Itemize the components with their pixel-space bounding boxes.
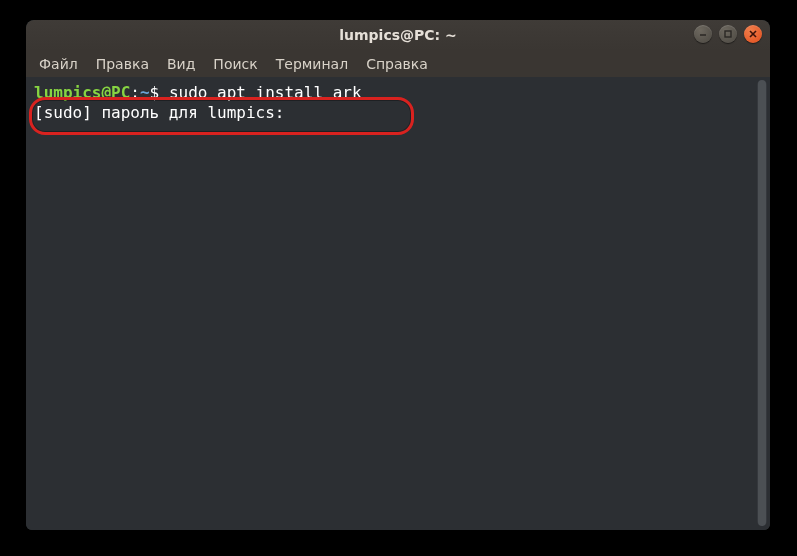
close-button[interactable]: [744, 25, 762, 43]
sudo-password-prompt: [sudo] пароль для lumpics:: [34, 103, 284, 122]
prompt-user-host: lumpics@PC: [34, 83, 130, 102]
minimize-button[interactable]: [694, 25, 712, 43]
terminal-window: lumpics@PC: ~ Файл Правка Вид Поиск Терм…: [26, 20, 770, 530]
scrollbar-thumb[interactable]: [758, 80, 766, 526]
terminal-line-2: [sudo] пароль для lumpics:: [34, 103, 762, 123]
window-title: lumpics@PC: ~: [339, 27, 457, 43]
terminal-line-1: lumpics@PC:~$ sudo apt install ark: [34, 83, 762, 103]
scrollbar[interactable]: [757, 80, 767, 526]
prompt-path: ~: [140, 83, 150, 102]
maximize-icon: [723, 29, 733, 39]
menu-file[interactable]: Файл: [30, 53, 87, 75]
window-buttons: [694, 25, 762, 43]
terminal-body[interactable]: lumpics@PC:~$ sudo apt install ark [sudo…: [26, 77, 770, 530]
maximize-button[interactable]: [719, 25, 737, 43]
minimize-icon: [698, 29, 708, 39]
close-icon: [748, 29, 758, 39]
titlebar[interactable]: lumpics@PC: ~: [26, 20, 770, 50]
prompt-separator: :: [130, 83, 140, 102]
menubar: Файл Правка Вид Поиск Терминал Справка: [26, 50, 770, 78]
svg-rect-1: [725, 31, 731, 37]
prompt-dollar: $: [150, 83, 160, 102]
command-text: sudo apt install ark: [169, 83, 362, 102]
menu-search[interactable]: Поиск: [204, 53, 266, 75]
menu-view[interactable]: Вид: [158, 53, 204, 75]
menu-edit[interactable]: Правка: [87, 53, 158, 75]
menu-terminal[interactable]: Терминал: [267, 53, 357, 75]
menu-help[interactable]: Справка: [357, 53, 437, 75]
desktop: lumpics@PC: ~ Файл Правка Вид Поиск Терм…: [0, 0, 797, 556]
